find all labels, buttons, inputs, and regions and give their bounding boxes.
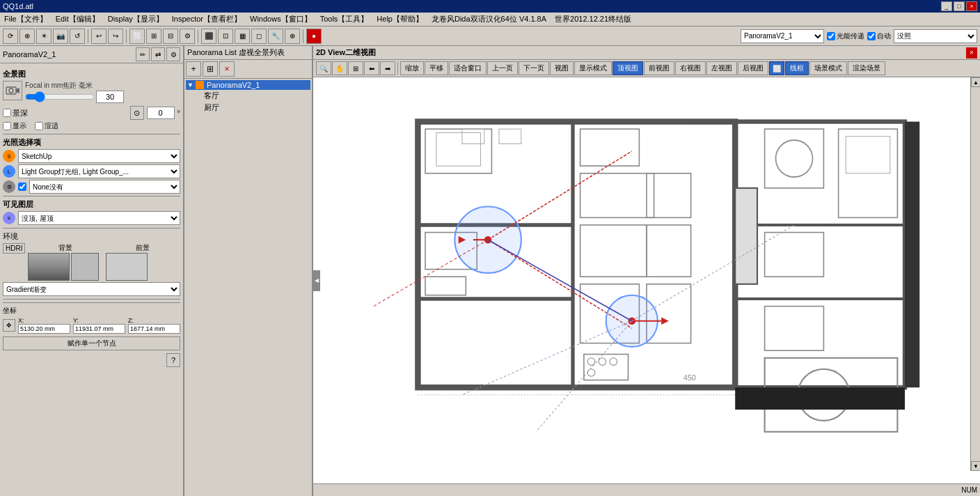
help-btn[interactable]: ? — [166, 353, 180, 367]
bg-swatch[interactable] — [28, 253, 70, 281]
scroll-track[interactable] — [971, 87, 980, 461]
coords-icon[interactable]: ✥ — [3, 319, 15, 332]
toolbar-btn-6[interactable]: ⊞ — [146, 29, 161, 44]
toolbar-btn-red[interactable]: ● — [306, 29, 322, 44]
menu-inspector[interactable]: Inspector【查看栏】 — [168, 13, 246, 26]
view-toolbar: 🔍 ✋ ⊞ ⬅ ➡ 缩放 平移 适合窗口 上一页 下一页 视图 显示模式 顶视图… — [313, 60, 980, 77]
node-btn[interactable]: 赋作单一个节点 — [3, 336, 180, 350]
toolbar-btn-undo[interactable]: ↩ — [91, 29, 106, 44]
filter-check[interactable] — [35, 122, 43, 130]
focal-input[interactable] — [96, 91, 124, 103]
viewport[interactable]: 450 ◀ — [313, 77, 980, 483]
menu-edit[interactable]: Edit【编辑】 — [52, 13, 104, 26]
toolbar-btn-cam[interactable]: 📷 — [53, 29, 68, 44]
view-btn-fit2[interactable]: 适合窗口 — [449, 61, 487, 75]
gradient-select[interactable]: Gradient渐变 — [3, 282, 180, 296]
panorama-select[interactable]: PanoramaV2_1 — [741, 29, 824, 43]
toolbar-btn-5[interactable]: ⬜ — [129, 29, 145, 44]
menu-file[interactable]: File【文件】 — [0, 13, 52, 26]
tree-item-panorama[interactable]: ▼ PanoramaV2_1 — [186, 80, 310, 90]
svg-point-48 — [587, 358, 595, 366]
tree-item-living[interactable]: 客厅 — [194, 90, 310, 102]
view-btn-front[interactable]: 前视图 — [644, 61, 674, 75]
none-icon: ⚙ — [3, 180, 15, 193]
view-btn-top[interactable]: 顶视图 — [612, 61, 643, 75]
tree-item-kitchen[interactable]: 厨厅 — [194, 102, 310, 114]
toolbar-btn-12[interactable]: ◻ — [251, 29, 267, 44]
view-btn-pan2[interactable]: 平移 — [425, 61, 448, 75]
depth-check-input[interactable] — [3, 109, 11, 117]
maximize-btn[interactable]: □ — [954, 1, 965, 11]
view-btn-view[interactable]: 视图 — [550, 61, 574, 75]
view-title-bar: 2D View二维视图 × — [313, 46, 980, 60]
view-btn-wireframe[interactable]: 线框 — [785, 61, 809, 75]
sketchup-select[interactable]: SketchUp — [18, 149, 180, 163]
toolbar-btn-14[interactable]: ⊕ — [285, 29, 300, 44]
minimize-btn[interactable]: _ — [941, 1, 952, 11]
view-btn-right[interactable]: 右视图 — [675, 61, 706, 75]
auto-check-input[interactable] — [867, 32, 876, 40]
toolbar-btn-11[interactable]: ▦ — [235, 29, 250, 44]
toolbar-btn-8[interactable]: ⚙ — [180, 29, 195, 44]
view-btn-next[interactable]: 下一页 — [519, 61, 549, 75]
none-select[interactable]: None没有 — [29, 180, 180, 194]
toolbar-btn-1[interactable]: ⟳ — [3, 29, 18, 44]
menu-tools[interactable]: Tools【工具】 — [316, 13, 373, 26]
panel-btn-pencil[interactable]: ✏ — [136, 47, 150, 61]
y-label: Y: — [73, 317, 125, 324]
view-close-btn[interactable]: × — [966, 47, 977, 59]
view-btn-arrow-left[interactable]: ⬅ — [364, 61, 379, 75]
svg-rect-26 — [647, 225, 691, 277]
view-btn-zoom[interactable]: 缩放 — [400, 61, 424, 75]
view-btn-fit[interactable]: ⊞ — [348, 61, 363, 75]
bg-swatch-2[interactable] — [71, 253, 99, 281]
focal-slider[interactable] — [25, 93, 95, 101]
mid-close-btn[interactable]: × — [219, 61, 235, 77]
close-btn[interactable]: × — [966, 1, 977, 11]
panel-btn-arrows[interactable]: ⇄ — [151, 47, 165, 61]
toolbar-btn-sun[interactable]: ☀ — [36, 29, 52, 44]
scroll-up-btn[interactable]: ▲ — [971, 77, 980, 87]
toolbar-btn-7[interactable]: ⊟ — [163, 29, 178, 44]
toolbar-btn-10[interactable]: ⊡ — [218, 29, 233, 44]
toolbar-btn-2[interactable]: ⊕ — [19, 29, 35, 44]
toolbar-btn-rotate[interactable]: ↺ — [70, 29, 85, 44]
none-check[interactable] — [18, 183, 26, 191]
view-btn-render[interactable]: 渲染场景 — [848, 61, 885, 75]
view-btn-pan[interactable]: ✋ — [332, 61, 347, 75]
add-btn[interactable]: + — [186, 61, 201, 77]
fg-swatch[interactable] — [106, 253, 148, 281]
view-btn-back[interactable]: 后视图 — [738, 61, 768, 75]
energy-check-input[interactable] — [827, 32, 835, 40]
view-btn-arrow-right[interactable]: ➡ — [380, 61, 395, 75]
menu-world[interactable]: 世界2012.12.21终结版 — [551, 13, 635, 26]
menu-help[interactable]: Help【帮助】 — [372, 13, 427, 26]
view-btn-display[interactable]: 显示模式 — [574, 61, 612, 75]
view-btn-wireframe-icon[interactable]: ⬜ — [769, 61, 784, 75]
display-check[interactable] — [3, 122, 11, 130]
toolbar-btn-redo[interactable]: ↪ — [108, 29, 123, 44]
view-btn-left[interactable]: 左视图 — [706, 61, 737, 75]
view-btn-scene[interactable]: 场景模式 — [809, 61, 847, 75]
menu-plugin[interactable]: 龙卷风Dida双语汉化64位 V4.1.8A — [427, 13, 551, 26]
none-checkbox — [18, 183, 26, 191]
lightgroup-select[interactable]: Light Group灯光组, Light Group_... — [18, 164, 180, 178]
svg-rect-10 — [735, 188, 757, 284]
filter-checkbox: 渲适 — [35, 121, 58, 131]
depth-value-input[interactable] — [147, 107, 175, 119]
panel-btn-gear[interactable]: ⚙ — [166, 47, 180, 61]
layer-select[interactable]: 没顶, 屋顶 — [18, 211, 180, 225]
light-options-title: 光照选择项 — [3, 137, 180, 148]
menu-windows[interactable]: Windows【窗口】 — [246, 13, 316, 26]
depth-section: 景深 ⊙ ° 显示 渲适 — [3, 106, 180, 131]
collapse-left-btn[interactable]: ◀ — [313, 270, 320, 291]
view-btn-prev[interactable]: 上一页 — [487, 61, 518, 75]
light-select[interactable]: 没照 — [894, 29, 977, 43]
menu-display[interactable]: Display【显示】 — [104, 13, 168, 26]
copy-btn[interactable]: ⊞ — [203, 61, 218, 77]
depth-icon-btn[interactable]: ⊙ — [130, 106, 144, 120]
toolbar-btn-13[interactable]: 🔧 — [268, 29, 283, 44]
toolbar-btn-9[interactable]: ⬛ — [201, 29, 216, 44]
view-btn-magnify[interactable]: 🔍 — [316, 61, 331, 75]
scroll-down-btn[interactable]: ▼ — [971, 461, 980, 471]
